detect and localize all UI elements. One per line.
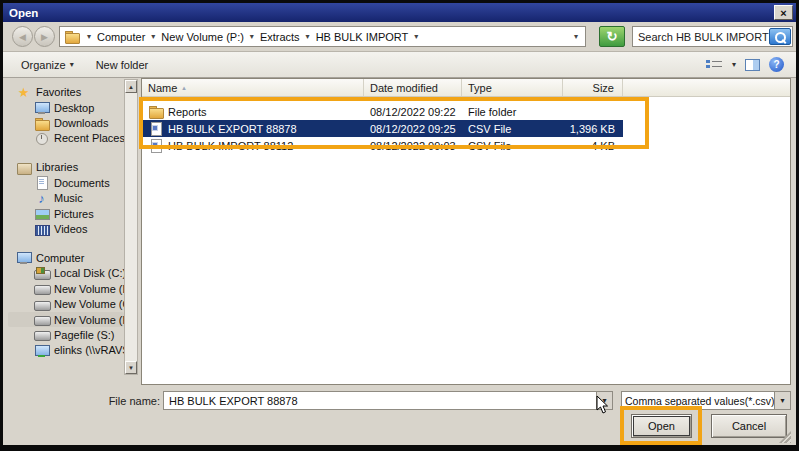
sidebar-item-downloads[interactable]: Downloads xyxy=(8,115,124,130)
breadcrumb-item-hb-bulk-import[interactable]: HB BULK IMPORT xyxy=(313,31,412,43)
chevron-down-icon[interactable]: ▾ xyxy=(732,60,736,69)
navigation-bar: ◀ ▶ ▾ Computer ▾ New Volume (P:) ▾ Extra… xyxy=(3,22,796,52)
file-name-input[interactable]: HB BULK EXPORT 88878 xyxy=(164,395,596,407)
new-folder-label: New folder xyxy=(96,59,149,71)
column-header-type[interactable]: Type xyxy=(462,79,563,96)
window-title: Open xyxy=(9,7,38,19)
scroll-up-button[interactable]: ▲ xyxy=(125,80,137,93)
sidebar-item-music[interactable]: ♪ Music xyxy=(8,191,124,206)
sidebar-item-videos[interactable]: Videos xyxy=(8,221,124,236)
downloads-icon xyxy=(34,117,49,130)
highlight-box-open-button xyxy=(620,406,702,445)
column-header-date-modified[interactable]: Date modified xyxy=(364,79,462,96)
breadcrumb-item-new-volume-p[interactable]: New Volume (P:) xyxy=(158,31,247,43)
item-label: Desktop xyxy=(54,102,94,114)
command-toolbar: Organize ▾ New folder ▾ ? xyxy=(3,52,796,78)
favorites-group: ★ Favorites Desktop Downloads Recent Pla… xyxy=(8,84,124,146)
chevron-down-icon: ▾ xyxy=(70,60,74,69)
local-disk-icon xyxy=(34,267,49,280)
item-label: New Volume (D:) xyxy=(54,283,124,295)
sidebar-item-pictures[interactable]: Pictures xyxy=(8,206,124,221)
network-drive-icon xyxy=(34,344,49,357)
item-label: New Volume (P:) xyxy=(54,314,124,326)
sidebar-scrollbar[interactable]: ▲ ▼ xyxy=(124,79,138,375)
cancel-button[interactable]: Cancel xyxy=(711,414,787,438)
recent-places-icon xyxy=(34,132,49,145)
drive-icon xyxy=(34,298,49,311)
group-label: Favorites xyxy=(36,86,81,98)
column-header-size[interactable]: Size xyxy=(563,79,623,96)
drive-icon xyxy=(34,313,49,326)
column-header-filler xyxy=(623,79,790,96)
organize-button[interactable]: Organize ▾ xyxy=(15,56,80,74)
item-label: New Volume (O:) xyxy=(54,298,124,310)
column-label: Size xyxy=(593,82,614,94)
help-icon[interactable]: ? xyxy=(769,57,784,72)
search-icon[interactable] xyxy=(769,28,791,45)
item-label: Recent Places xyxy=(54,132,124,144)
new-folder-button[interactable]: New folder xyxy=(90,56,155,74)
chevron-down-icon[interactable]: ▾ xyxy=(148,32,158,41)
group-label: Computer xyxy=(36,252,84,264)
music-icon: ♪ xyxy=(34,192,49,205)
sidebar-item-elinks-network[interactable]: elinks (\\vRAVSCT6 xyxy=(8,343,124,358)
sidebar-item-local-disk-c[interactable]: Local Disk (C:) xyxy=(8,266,124,281)
sidebar-item-desktop[interactable]: Desktop xyxy=(8,100,124,115)
help-glyph: ? xyxy=(773,59,779,70)
title-bar[interactable]: Open × xyxy=(3,3,796,22)
refresh-button[interactable]: ↻ xyxy=(599,26,625,47)
documents-icon xyxy=(34,176,49,189)
item-label: Music xyxy=(54,192,83,204)
close-icon: × xyxy=(780,7,786,19)
cancel-button-label: Cancel xyxy=(732,420,766,432)
refresh-icon: ↻ xyxy=(607,29,618,44)
column-headers: Name ▴ Date modified Type Size xyxy=(142,79,790,97)
address-dropdown-icon[interactable]: ▾ xyxy=(571,32,581,41)
breadcrumb-item-computer[interactable]: Computer xyxy=(94,31,148,43)
sidebar-item-libraries[interactable]: Libraries xyxy=(8,159,124,175)
sidebar-item-new-volume-d[interactable]: New Volume (D:) xyxy=(8,281,124,296)
sidebar-item-computer[interactable]: Computer xyxy=(8,250,124,266)
open-dialog-window: Open × ◀ ▶ ▾ Computer ▾ New Volume (P:) … xyxy=(0,0,799,451)
search-input[interactable]: Search HB BULK IMPORT xyxy=(633,31,769,43)
back-button[interactable]: ◀ xyxy=(12,26,33,47)
chevron-down-icon: ▾ xyxy=(780,396,784,405)
search-box[interactable]: Search HB BULK IMPORT xyxy=(632,26,793,47)
chevron-down-icon[interactable]: ▾ xyxy=(84,32,94,41)
column-label: Name xyxy=(148,82,177,94)
forward-button[interactable]: ▶ xyxy=(34,26,55,47)
folder-icon xyxy=(64,30,79,43)
highlight-box-file-rows xyxy=(139,97,649,149)
column-label: Date modified xyxy=(370,82,438,94)
chevron-down-icon[interactable]: ▾ xyxy=(411,32,421,41)
item-label: elinks (\\vRAVSCT6 xyxy=(54,344,124,356)
preview-pane-icon[interactable] xyxy=(745,59,760,71)
forward-icon: ▶ xyxy=(41,32,48,42)
file-name-dropdown-button[interactable]: ▾ xyxy=(596,392,612,409)
sidebar-item-recent-places[interactable]: Recent Places xyxy=(8,131,124,146)
sidebar-item-pagefile-s[interactable]: Pagefile (S:) xyxy=(8,327,124,342)
close-button[interactable]: × xyxy=(774,5,793,20)
file-name-combobox[interactable]: HB BULK EXPORT 88878 ▾ xyxy=(163,391,613,410)
computer-icon xyxy=(16,251,31,264)
sidebar-item-documents[interactable]: Documents xyxy=(8,175,124,190)
change-view-icon[interactable] xyxy=(706,59,723,71)
item-label: Local Disk (C:) xyxy=(54,267,124,279)
file-type-dropdown-button[interactable]: ▾ xyxy=(774,392,790,409)
libraries-icon xyxy=(16,161,31,174)
drive-icon xyxy=(34,328,49,341)
videos-icon xyxy=(34,223,49,236)
column-header-name[interactable]: Name ▴ xyxy=(142,79,364,96)
breadcrumb-item-extracts[interactable]: Extracts xyxy=(257,31,303,43)
scroll-down-button[interactable]: ▼ xyxy=(125,361,137,374)
scroll-down-icon: ▼ xyxy=(128,365,134,371)
sidebar-item-new-volume-p[interactable]: New Volume (P:) xyxy=(8,312,124,327)
breadcrumb: ▾ Computer ▾ New Volume (P:) ▾ Extracts … xyxy=(59,26,586,47)
sidebar-item-new-volume-o[interactable]: New Volume (O:) xyxy=(8,297,124,312)
item-label: Downloads xyxy=(54,117,108,129)
sidebar-item-favorites[interactable]: ★ Favorites xyxy=(8,84,124,100)
chevron-down-icon[interactable]: ▾ xyxy=(247,32,257,41)
item-label: Pagefile (S:) xyxy=(54,329,115,341)
chevron-down-icon[interactable]: ▾ xyxy=(303,32,313,41)
organize-label: Organize xyxy=(21,59,66,71)
